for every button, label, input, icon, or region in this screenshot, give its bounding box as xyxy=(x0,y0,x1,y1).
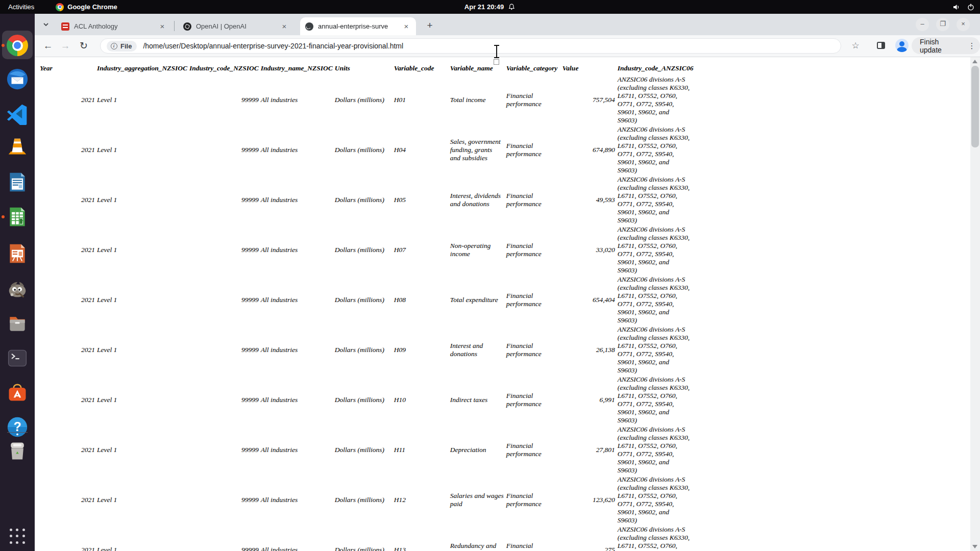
tab-title: OpenAI | OpenAI xyxy=(196,22,280,30)
site-info-chip[interactable]: File xyxy=(107,41,137,52)
cell-year: 2021 xyxy=(39,525,96,551)
profile-avatar[interactable] xyxy=(895,39,909,52)
tab-close-icon[interactable]: × xyxy=(402,22,411,31)
cell-industry-code: 99999 xyxy=(188,175,260,225)
cell-industry-aggregation: Level 1 xyxy=(96,125,188,175)
col-header-variable-code: Variable_code xyxy=(393,61,449,75)
page-content: Year Industry_aggregation_NZSIOC Industr… xyxy=(35,57,970,551)
cell-year: 2021 xyxy=(39,325,96,375)
tab-annual-enterprise-survey[interactable]: annual-enterprise-surve × xyxy=(300,17,416,35)
window-minimize-button[interactable]: – xyxy=(916,18,929,31)
dock-item-files[interactable] xyxy=(5,311,30,336)
cell-value: 275 xyxy=(561,525,617,551)
side-panel-icon[interactable] xyxy=(877,42,885,49)
scroll-up-arrow-icon[interactable] xyxy=(972,60,977,63)
cell-industry-name: All industries xyxy=(260,75,334,125)
show-applications-icon[interactable] xyxy=(9,528,26,544)
cell-industry-code: 99999 xyxy=(188,425,260,475)
back-button[interactable]: ← xyxy=(40,38,56,54)
cell-variable-code: H11 xyxy=(393,425,449,475)
cell-variable-code: H05 xyxy=(393,175,449,225)
vertical-scrollbar[interactable] xyxy=(970,57,980,551)
cell-units: Dollars (millions) xyxy=(334,325,393,375)
cell-variable-code: H13 xyxy=(393,525,449,551)
power-icon[interactable] xyxy=(967,3,975,11)
url-text: /home/user/Desktop/annual-enterprise-sur… xyxy=(143,42,403,50)
cell-industry-code-anzsic06: ANZSIC06 divisions A-S(excluding classes… xyxy=(617,375,695,425)
tab-close-icon[interactable]: × xyxy=(280,22,289,31)
activities-button[interactable]: Activities xyxy=(0,0,42,14)
address-bar[interactable]: File /home/user/Desktop/annual-enterpris… xyxy=(100,38,841,54)
scroll-down-arrow-icon[interactable] xyxy=(972,545,977,548)
dock-item-trash[interactable] xyxy=(5,439,30,463)
dock-item-libreoffice-impress[interactable] xyxy=(5,241,30,266)
tab-search-chevron-icon[interactable] xyxy=(42,20,50,29)
chrome-icon xyxy=(56,3,64,11)
cell-units: Dollars (millions) xyxy=(334,225,393,275)
forward-button[interactable]: → xyxy=(57,38,74,54)
cell-variable-category: Financial performance xyxy=(505,475,561,525)
cell-industry-name: All industries xyxy=(260,375,334,425)
cell-variable-name: Total expenditure xyxy=(449,275,505,325)
site-chip-label: File xyxy=(120,42,132,50)
dock-item-thunderbird[interactable] xyxy=(5,67,30,91)
cell-industry-name: All industries xyxy=(260,325,334,375)
volume-icon[interactable] xyxy=(952,3,961,11)
cell-variable-category: Financial performance xyxy=(505,75,561,125)
dock-separator xyxy=(7,432,28,433)
cell-industry-aggregation: Level 1 xyxy=(96,75,188,125)
scrollbar-thumb[interactable] xyxy=(971,66,979,147)
cell-variable-code: H12 xyxy=(393,475,449,525)
cell-industry-code: 99999 xyxy=(188,475,260,525)
files-icon xyxy=(6,312,29,335)
dock-item-vscode[interactable] xyxy=(5,102,30,126)
cell-year: 2021 xyxy=(39,275,96,325)
dock-item-help[interactable]: ? xyxy=(5,415,30,439)
cell-value: 33,020 xyxy=(561,225,617,275)
cell-value: 6,991 xyxy=(561,375,617,425)
tab-close-icon[interactable]: × xyxy=(158,22,167,31)
dock-item-ubuntu-software[interactable] xyxy=(5,381,30,405)
bookmark-star-icon[interactable]: ☆ xyxy=(848,39,863,53)
vscode-icon xyxy=(6,103,29,125)
dock-item-gimp[interactable] xyxy=(5,277,30,302)
cell-industry-code-anzsic06: ANZSIC06 divisions A-S(excluding classes… xyxy=(617,325,695,375)
cell-variable-name: Redundancy and severance xyxy=(449,525,505,551)
window-close-button[interactable]: × xyxy=(957,18,970,31)
reload-button[interactable]: ↻ xyxy=(76,38,92,54)
cell-value: 49,593 xyxy=(561,175,617,225)
cell-units: Dollars (millions) xyxy=(334,425,393,475)
window-restore-button[interactable]: ❐ xyxy=(936,18,949,31)
cell-industry-code: 99999 xyxy=(188,375,260,425)
cell-industry-code-anzsic06: ANZSIC06 divisions A-S(excluding classes… xyxy=(617,525,695,551)
cell-units: Dollars (millions) xyxy=(334,175,393,225)
tab-openai[interactable]: OpenAI | OpenAI × xyxy=(178,17,294,35)
cell-industry-aggregation: Level 1 xyxy=(96,275,188,325)
cell-industry-name: All industries xyxy=(260,175,334,225)
clock-area[interactable]: Apr 21 20:49 xyxy=(464,3,516,11)
table-row: 2021 Level 1 99999 All industries Dollar… xyxy=(39,425,695,475)
cell-variable-category: Financial performance xyxy=(505,375,561,425)
cell-units: Dollars (millions) xyxy=(334,475,393,525)
dock-item-chrome[interactable] xyxy=(5,33,30,58)
cell-variable-name: Non-operating income xyxy=(449,225,505,275)
app-menu[interactable]: Google Chrome xyxy=(56,3,117,11)
finish-update-button[interactable]: Finish update ⋮ xyxy=(912,37,980,54)
cell-year: 2021 xyxy=(39,475,96,525)
app-menu-label: Google Chrome xyxy=(67,3,117,11)
cell-units: Dollars (millions) xyxy=(334,125,393,175)
cell-value: 27,801 xyxy=(561,425,617,475)
dock-item-libreoffice-calc[interactable] xyxy=(5,205,30,229)
cell-variable-name: Interest, dividends and donations xyxy=(449,175,505,225)
cell-industry-aggregation: Level 1 xyxy=(96,225,188,275)
col-header-year: Year xyxy=(39,61,96,75)
new-tab-button[interactable]: + xyxy=(423,19,437,33)
dock-item-terminal[interactable] xyxy=(5,346,30,370)
menu-kebab-icon[interactable]: ⋮ xyxy=(967,41,977,51)
cell-value: 757,504 xyxy=(561,75,617,125)
cell-variable-code: H01 xyxy=(393,75,449,125)
tab-acl-anthology[interactable]: ACL Anthology × xyxy=(56,17,172,35)
dock-item-libreoffice-writer[interactable] xyxy=(5,170,30,194)
dock-item-vlc[interactable] xyxy=(5,135,30,160)
cell-industry-aggregation: Level 1 xyxy=(96,325,188,375)
